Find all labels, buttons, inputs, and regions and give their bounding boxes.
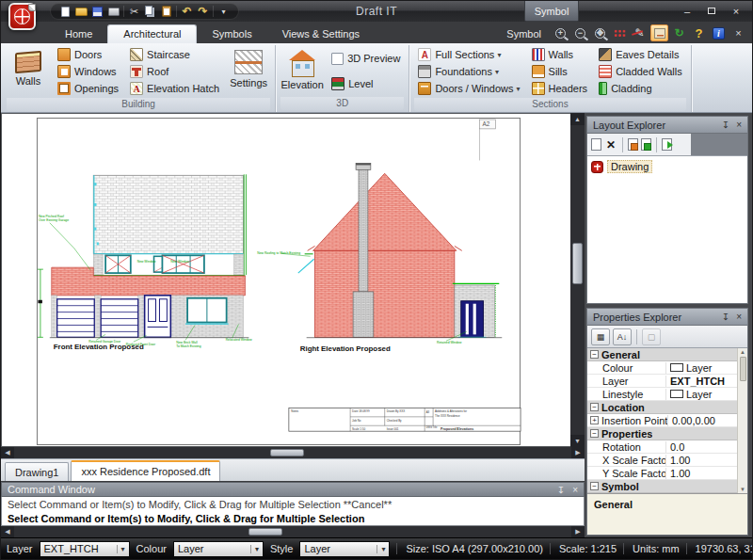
- property-row-linestyle[interactable]: LinestyleLayer: [587, 388, 737, 401]
- layout-tree-item-drawing[interactable]: Drawing: [591, 160, 744, 173]
- sills-button[interactable]: Sills: [528, 63, 592, 80]
- zoom-out-icon[interactable]: −: [571, 24, 589, 41]
- vertical-scroll-thumb[interactable]: [572, 243, 583, 284]
- pin-icon[interactable]: ↧: [722, 120, 729, 130]
- new-file-icon[interactable]: [57, 4, 73, 19]
- doors-button[interactable]: Doors: [54, 46, 122, 63]
- application-menu-button[interactable]: [8, 3, 40, 35]
- foundations-button[interactable]: Foundations▾: [414, 63, 523, 80]
- settings-button[interactable]: Settings: [225, 45, 272, 98]
- sketch-mode-icon[interactable]: ✎: [631, 24, 649, 41]
- elevation-hatch-button[interactable]: AElevation Hatch: [126, 80, 223, 97]
- scroll-up-icon[interactable]: ▲: [570, 113, 585, 125]
- properties-explorer-titlebar[interactable]: Properties Explorer ↧×: [587, 309, 747, 326]
- tab-symbols[interactable]: Symbols: [197, 25, 266, 43]
- grid-scroll-thumb[interactable]: [740, 357, 746, 381]
- horizontal-scroll-thumb[interactable]: [248, 528, 282, 536]
- staircase-button[interactable]: Staircase: [126, 46, 223, 63]
- categorized-view-icon[interactable]: ▦: [591, 328, 610, 345]
- contextual-tab-group-header[interactable]: Symbol: [524, 1, 579, 22]
- close-panel-icon[interactable]: ×: [736, 312, 742, 322]
- canvas-vertical-scrollbar[interactable]: ▲ ▼: [570, 113, 585, 447]
- collapse-icon[interactable]: −: [590, 429, 599, 438]
- property-row-rotation[interactable]: Rotation0.0: [587, 440, 737, 454]
- info-icon[interactable]: i: [710, 24, 728, 41]
- copy-icon[interactable]: [142, 4, 158, 19]
- qat-customize-dropdown-icon[interactable]: ▾: [216, 4, 232, 19]
- roof-button[interactable]: Roof: [126, 63, 223, 80]
- level-button[interactable]: Level: [328, 75, 404, 92]
- walls-button[interactable]: Walls: [5, 45, 52, 98]
- redo-icon[interactable]: ↷: [195, 4, 211, 19]
- close-panel-icon[interactable]: ×: [736, 120, 742, 130]
- command-scrollbar[interactable]: ◀ ▶: [1, 526, 585, 537]
- category-symbol[interactable]: −Symbol: [587, 480, 737, 493]
- drawing-sheet-icon[interactable]: [650, 24, 668, 41]
- horizontal-scroll-thumb[interactable]: [270, 449, 304, 456]
- undo-icon[interactable]: ↶: [179, 4, 195, 19]
- paste-icon[interactable]: [158, 4, 174, 19]
- scroll-left-icon[interactable]: ◀: [1, 526, 14, 537]
- full-sections-button[interactable]: AFull Sections▾: [414, 46, 523, 63]
- grid-scrollbar[interactable]: ▲▼: [737, 348, 747, 493]
- alphabetical-sort-icon[interactable]: A↓: [613, 328, 632, 345]
- colour-dropdown[interactable]: Layer▾: [173, 541, 264, 557]
- category-location[interactable]: −Location: [587, 401, 737, 414]
- expand-icon[interactable]: +: [590, 416, 599, 424]
- doors-windows-button[interactable]: Doors / Windows▾: [414, 80, 523, 97]
- help-icon[interactable]: ?: [690, 24, 708, 41]
- layer-dropdown[interactable]: EXT_HTCH▾: [40, 541, 130, 557]
- category-general[interactable]: −General: [587, 348, 737, 361]
- layout-explorer-titlebar[interactable]: Layout Explorer ↧×: [587, 117, 747, 134]
- export-layout-icon[interactable]: [662, 138, 672, 151]
- elevation-button[interactable]: Elevation: [279, 45, 326, 97]
- drawing-canvas[interactable]: A2: [1, 113, 570, 447]
- zoom-in-icon[interactable]: +: [552, 24, 569, 41]
- command-history[interactable]: Select Command or Item(s) to Modify, Cli…: [1, 497, 585, 526]
- collapse-icon[interactable]: −: [590, 350, 599, 359]
- property-row-layer[interactable]: LayerEXT_HTCH: [587, 375, 737, 388]
- pin-icon[interactable]: ↧: [557, 485, 565, 495]
- scroll-down-icon[interactable]: ▼: [740, 487, 745, 492]
- cladded-walls-button[interactable]: Cladded Walls: [595, 63, 686, 80]
- layout-tree[interactable]: Drawing: [587, 156, 747, 303]
- cut-icon[interactable]: ✂: [126, 4, 142, 19]
- minimize-button[interactable]: –: [677, 4, 697, 18]
- maximize-button[interactable]: [701, 4, 722, 18]
- style-dropdown[interactable]: Layer▾: [299, 541, 390, 557]
- save-file-icon[interactable]: [89, 4, 105, 19]
- tab-views-settings[interactable]: Views & Settings: [267, 25, 375, 43]
- refresh-layout-icon[interactable]: [641, 138, 651, 151]
- canvas-horizontal-scrollbar[interactable]: ◀ ▶: [1, 447, 585, 458]
- zoom-extents-icon[interactable]: ✥: [591, 24, 609, 41]
- walls-section-button[interactable]: Walls: [528, 46, 592, 63]
- openings-button[interactable]: Openings: [54, 80, 122, 97]
- import-layout-icon[interactable]: [628, 138, 638, 151]
- command-window-titlebar[interactable]: Command Window ↧×: [1, 482, 585, 497]
- cladding-button[interactable]: Cladding: [595, 80, 686, 97]
- open-file-icon[interactable]: [73, 4, 89, 19]
- property-row-xscale[interactable]: X Scale Factor1.00: [587, 454, 737, 467]
- close-command-icon[interactable]: ×: [572, 485, 578, 495]
- delete-layout-icon[interactable]: ✕: [604, 138, 617, 152]
- 3d-preview-button[interactable]: 3D Preview: [328, 50, 404, 67]
- new-layout-icon[interactable]: [591, 138, 601, 151]
- refresh-icon[interactable]: ↻: [670, 24, 688, 41]
- scroll-down-icon[interactable]: ▼: [570, 435, 585, 447]
- doc-tab-drawing1[interactable]: Drawing1: [5, 462, 69, 481]
- tab-architectural[interactable]: Architectural: [107, 24, 197, 43]
- property-row-yscale[interactable]: Y Scale Factor1.00: [587, 467, 737, 480]
- scroll-right-icon[interactable]: ▶: [571, 526, 585, 537]
- drawing-paper[interactable]: A2: [36, 118, 521, 445]
- windows-button[interactable]: Windows: [54, 63, 122, 80]
- property-row-insertion-point[interactable]: +Insertion Point0.00,0.00: [587, 414, 737, 427]
- tab-symbol-contextual[interactable]: Symbol: [497, 28, 551, 43]
- scroll-left-icon[interactable]: ◀: [1, 447, 14, 458]
- collapse-icon[interactable]: −: [590, 403, 599, 411]
- property-row-colour[interactable]: ColourLayer: [587, 361, 737, 375]
- close-ribbon-icon[interactable]: ×: [729, 24, 747, 41]
- print-icon[interactable]: [105, 4, 121, 19]
- close-button[interactable]: ×: [726, 4, 746, 18]
- scroll-right-icon[interactable]: ▶: [571, 447, 585, 458]
- pin-icon[interactable]: ↧: [722, 312, 729, 322]
